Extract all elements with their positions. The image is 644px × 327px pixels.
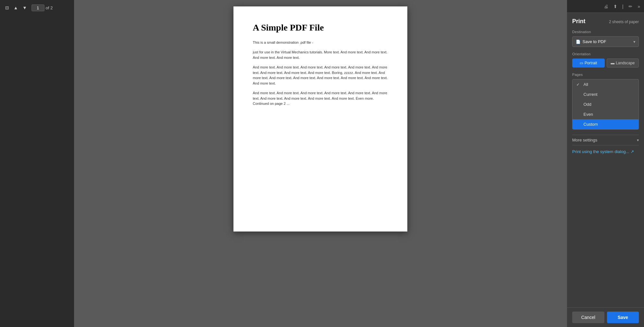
system-dialog-link[interactable]: Print using the system dialog... ↗ [572,149,639,154]
nav-down-icon: ▼ [23,5,27,10]
pages-option-even[interactable]: Even [573,109,639,119]
destination-select[interactable]: 📄 Save to PDF ▾ [572,36,639,47]
destination-chevron-icon: ▾ [633,40,635,44]
pages-section: Pages ✓ All Current Odd Even [572,73,639,130]
cancel-button[interactable]: Cancel [572,312,604,323]
destination-left: 📄 Save to PDF [576,39,606,44]
right-top-toolbar: 🖨 ⬆ | ✏ » [567,0,644,13]
system-dialog-label: Print using the system dialog... [572,149,629,154]
print-title: Print [572,18,585,25]
external-link-icon: ↗ [630,149,634,154]
orientation-buttons: ▭ Portrait ▬ Landscape [572,59,639,68]
orientation-label: Orientation [572,52,639,56]
save-button[interactable]: Save [607,312,639,323]
print-panel: Print 2 sheets of paper Destination 📄 Sa… [567,13,644,307]
sidebar-toggle-button[interactable]: ⊟ [4,4,10,12]
panel-footer: Cancel Save [567,307,644,327]
pages-current-label: Current [583,92,597,97]
nav-up-icon: ▲ [14,5,18,10]
portrait-icon: ▭ [580,61,583,65]
nav-up-button[interactable]: ▲ [12,4,19,12]
pages-dropdown: ✓ All Current Odd Even Custom [572,79,639,130]
print-header: Print 2 sheets of paper [572,18,639,25]
pdf-para-2: And more text. And more text. And more t… [253,65,388,86]
preview-area: A Simple PDF File This is a small demons… [74,0,567,327]
destination-value: Save to PDF [582,39,606,44]
pages-option-current[interactable]: Current [573,89,639,99]
cursor-icon-button[interactable]: | [621,3,625,10]
more-settings-chevron-icon: ▾ [637,138,639,142]
pages-option-all[interactable]: ✓ All [573,79,639,89]
page-of-label: of [46,5,49,10]
more-settings-label: More settings [572,138,597,142]
share-icon-button[interactable]: ⬆ [612,3,619,10]
toolbar-top: ⊟ ▲ ▼ of 2 [1,3,73,13]
pages-custom-label: Custom [583,122,598,127]
sidebar-toggle-icon: ⊟ [5,5,9,10]
page-total-label: 2 [51,5,53,10]
more-settings-header[interactable]: More settings ▾ [572,135,639,145]
more-icon-button[interactable]: » [636,3,641,10]
pdf-para-1: just for use in the Virtual Mechanics tu… [253,50,388,60]
portrait-label: Portrait [584,61,597,65]
portrait-button[interactable]: ▭ Portrait [572,59,605,68]
landscape-label: Landscape [616,61,635,65]
pages-label: Pages [572,73,639,77]
page-number-input[interactable] [32,5,44,11]
landscape-icon: ▬ [611,61,614,65]
right-panel: 🖨 ⬆ | ✏ » Print 2 sheets of paper Destin… [567,0,644,327]
orientation-section: Orientation ▭ Portrait ▬ Landscape [572,52,639,68]
destination-label: Destination [572,30,639,34]
pdf-para-3: And more text. And more text. And more t… [253,90,388,106]
page-navigation: of 2 [32,5,53,11]
pdf-subtitle: This is a small demonstration .pdf file … [253,41,388,44]
all-check-icon: ✓ [576,82,581,87]
print-icon-button[interactable]: 🖨 [602,3,610,10]
left-toolbar: ⊟ ▲ ▼ of 2 [0,0,74,327]
pdf-title: A Simple PDF File [253,23,388,33]
pdf-page: A Simple PDF File This is a small demons… [233,6,407,232]
more-settings: More settings ▾ Print using the system d… [572,135,639,154]
pages-option-odd[interactable]: Odd [573,99,639,109]
pages-even-label: Even [583,112,593,117]
landscape-button[interactable]: ▬ Landscape [607,59,639,68]
pages-option-custom[interactable]: Custom [573,119,639,129]
pages-all-label: All [583,82,588,87]
nav-down-button[interactable]: ▼ [21,4,28,12]
pdf-file-icon: 📄 [576,40,581,44]
print-sheets-info: 2 sheets of paper [609,20,639,24]
pages-odd-label: Odd [583,102,592,107]
edit-icon-button[interactable]: ✏ [627,3,634,10]
